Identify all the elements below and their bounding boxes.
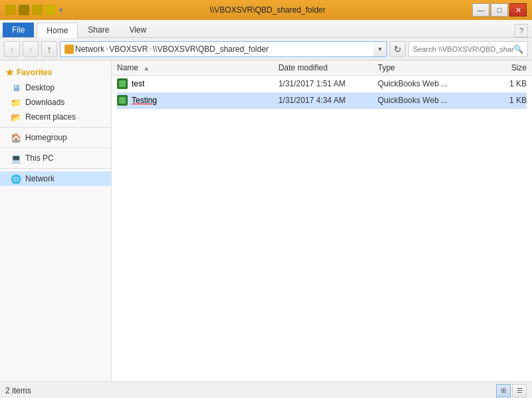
address-dropdown[interactable]: ▾ <box>374 41 387 57</box>
file-name-test: test <box>117 78 279 89</box>
sort-arrow-icon: ▲ <box>143 64 150 72</box>
toolbar-icon-2 <box>19 5 29 15</box>
content-area: Name ▲ Date modified Type Size <box>112 60 532 381</box>
filename-test: test <box>132 79 144 88</box>
file-row-testing[interactable]: Testing 1/31/2017 4:34 AM QuickBooks Web… <box>117 92 527 109</box>
sidebar-item-desktop[interactable]: 🖥 Desktop <box>0 80 111 95</box>
tab-file[interactable]: File <box>3 23 34 37</box>
up-button[interactable]: ↑ <box>41 41 57 57</box>
col-header-name[interactable]: Name ▲ <box>117 63 279 72</box>
forward-button[interactable]: › <box>23 41 39 57</box>
sidebar-item-thispc[interactable]: 💻 This PC <box>0 151 111 165</box>
refresh-button[interactable]: ↻ <box>390 41 406 57</box>
window-controls: — □ ✕ <box>472 3 527 17</box>
tab-view[interactable]: View <box>119 22 156 37</box>
view-grid-button[interactable]: ⊞ <box>496 384 511 397</box>
help-button[interactable]: ? <box>515 24 528 37</box>
maximize-button[interactable]: □ <box>491 3 508 17</box>
window-title: \\VBOXSVR\QBD_shared_folder <box>63 5 472 15</box>
crumb-arrow-1: › <box>106 45 108 52</box>
crumb-arrow-2: › <box>149 45 151 52</box>
status-bar: 2 items ⊞ ☰ <box>0 381 532 398</box>
sidebar-item-recent[interactable]: 📂 Recent places <box>0 110 111 124</box>
star-icon: ★ <box>5 67 14 78</box>
qb-file-icon-testing <box>117 95 128 106</box>
favorites-label: Favorites <box>17 68 52 77</box>
view-controls: ⊞ ☰ <box>496 384 527 397</box>
file-list: test 1/31/2017 1:51 AM QuickBooks Web ..… <box>112 76 532 381</box>
sidebar-item-network[interactable]: 🌐 Network <box>0 171 111 186</box>
close-button[interactable]: ✕ <box>509 3 527 17</box>
search-input[interactable] <box>413 45 513 53</box>
col-type-label: Type <box>378 63 395 72</box>
tab-share[interactable]: Share <box>78 22 119 37</box>
address-path-container[interactable]: Network › VBOXSVR › \\VBOXSVR\QBD_shared… <box>60 41 387 57</box>
sidebar-label-thispc: This PC <box>25 153 54 163</box>
network-icon: 🌐 <box>11 173 21 184</box>
sidebar-label-network: Network <box>25 174 55 183</box>
file-date-test: 1/31/2017 1:51 AM <box>279 79 378 88</box>
toolbar-icon-3 <box>32 5 43 15</box>
sidebar-label-recent: Recent places <box>25 112 76 122</box>
file-name-testing: Testing <box>117 95 279 106</box>
file-date-testing: 1/31/2017 4:34 AM <box>279 96 378 105</box>
toolbar-icon-4 <box>45 5 56 15</box>
crumb-shared: \\VBOXSVR\QBD_shared_folder <box>153 45 269 54</box>
item-count: 2 items <box>5 386 31 395</box>
tab-home[interactable]: Home <box>37 23 78 38</box>
view-list-button[interactable]: ☰ <box>512 384 527 397</box>
column-headers: Name ▲ Date modified Type Size <box>112 60 532 76</box>
file-row-test[interactable]: test 1/31/2017 1:51 AM QuickBooks Web ..… <box>117 76 527 92</box>
crumb-vboxsvr: VBOXSVR <box>109 45 148 54</box>
thispc-icon: 💻 <box>11 153 21 163</box>
col-size-label: Size <box>511 63 527 72</box>
file-type-testing: QuickBooks Web ... <box>378 96 477 105</box>
app-icon <box>5 5 16 15</box>
sidebar: ★ Favorites 🖥 Desktop 📁 Downloads 📂 Rece… <box>0 60 112 381</box>
file-size-testing: 1 KB <box>477 96 527 105</box>
filename-testing: Testing <box>132 96 157 105</box>
back-button[interactable]: ‹ <box>4 41 20 57</box>
downloads-icon: 📁 <box>11 97 21 108</box>
sidebar-label-downloads: Downloads <box>25 98 65 107</box>
file-size-test: 1 KB <box>477 79 527 88</box>
file-type-test: QuickBooks Web ... <box>378 79 477 88</box>
sidebar-label-homegroup: Homegroup <box>25 133 67 142</box>
ribbon-tab-bar: File Home Share View ? <box>0 20 532 37</box>
search-box[interactable]: 🔍 <box>408 41 528 57</box>
path-folder-icon <box>65 45 74 54</box>
qb-file-icon-test <box>117 78 128 89</box>
crumb-network: Network <box>75 45 104 54</box>
homegroup-icon: 🏠 <box>11 132 21 143</box>
col-header-date[interactable]: Date modified <box>279 63 378 72</box>
toolbar-dropdown[interactable]: ▾ <box>59 5 63 15</box>
col-name-label: Name <box>117 63 138 72</box>
col-header-size[interactable]: Size <box>477 63 527 72</box>
sidebar-item-downloads[interactable]: 📁 Downloads <box>0 95 111 110</box>
sidebar-item-homegroup[interactable]: 🏠 Homegroup <box>0 130 111 145</box>
search-icon: 🔍 <box>513 45 523 54</box>
title-bar: ▾ \\VBOXSVR\QBD_shared_folder — □ ✕ <box>0 0 532 20</box>
main-layout: ★ Favorites 🖥 Desktop 📁 Downloads 📂 Rece… <box>0 60 532 381</box>
col-header-type[interactable]: Type <box>378 63 477 72</box>
col-date-label: Date modified <box>279 63 328 72</box>
address-path[interactable]: Network › VBOXSVR › \\VBOXSVR\QBD_shared… <box>60 41 374 57</box>
favorites-header[interactable]: ★ Favorites <box>0 64 111 80</box>
desktop-icon: 🖥 <box>11 82 21 93</box>
title-bar-left: ▾ <box>5 5 63 15</box>
address-bar: ‹ › ↑ Network › VBOXSVR › \\VBOXSVR\QBD_… <box>0 38 532 60</box>
ribbon: File Home Share View ? <box>0 20 532 38</box>
sidebar-label-desktop: Desktop <box>25 83 55 92</box>
minimize-button[interactable]: — <box>472 3 489 17</box>
recent-icon: 📂 <box>11 112 21 122</box>
